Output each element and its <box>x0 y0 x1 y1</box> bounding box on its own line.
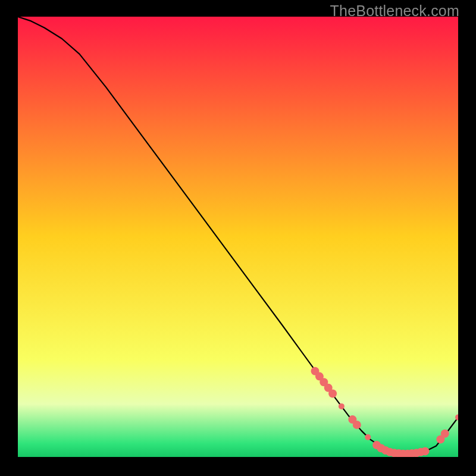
plot-area <box>18 17 458 457</box>
gradient-background <box>18 17 458 457</box>
data-marker <box>421 447 430 455</box>
data-marker <box>441 430 449 438</box>
bottleneck-chart <box>18 17 458 457</box>
data-marker <box>353 421 361 429</box>
chart-stage: TheBottleneck.com <box>0 0 476 476</box>
data-marker <box>328 389 337 397</box>
data-marker <box>339 403 345 409</box>
data-marker <box>365 434 371 440</box>
